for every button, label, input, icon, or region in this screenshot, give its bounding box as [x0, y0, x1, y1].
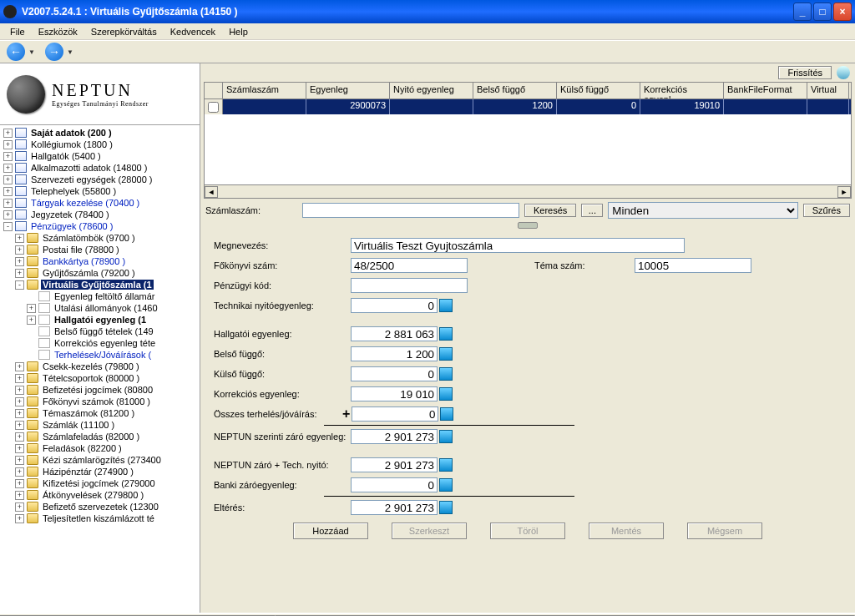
search-more-button[interactable]: ...: [581, 204, 603, 217]
tree-node[interactable]: +Utalási állományok (1460: [0, 302, 200, 314]
calc-icon[interactable]: [439, 327, 453, 341]
col-szamlaszam[interactable]: Számlaszám: [223, 83, 306, 98]
expand-icon[interactable]: +: [15, 409, 24, 418]
input-hallgatoi[interactable]: [351, 326, 438, 341]
calc-icon[interactable]: [439, 430, 453, 443]
close-button[interactable]: ×: [833, 3, 852, 21]
expand-icon[interactable]: +: [15, 479, 24, 488]
expand-icon[interactable]: +: [15, 362, 24, 371]
tree-node[interactable]: Belső függő tételek (149: [0, 326, 200, 337]
expand-icon[interactable]: +: [15, 421, 24, 430]
scroll-left-icon[interactable]: ◄: [205, 186, 218, 198]
input-korrekcio[interactable]: [351, 386, 438, 401]
nav-forward-button[interactable]: →: [45, 43, 63, 61]
col-bankfile[interactable]: BankFileFormat: [724, 83, 807, 98]
input-penzugyi[interactable]: [351, 278, 468, 293]
tree-node[interactable]: +Szervezeti egységek (28000 ): [0, 174, 200, 185]
input-banki[interactable]: [351, 477, 438, 492]
expand-icon[interactable]: [27, 351, 36, 360]
tree-node[interactable]: +Befizető szervezetek (12300: [0, 501, 200, 512]
menu-tools[interactable]: Eszközök: [32, 25, 84, 38]
add-button[interactable]: Hozzáad: [293, 523, 368, 539]
col-nyito[interactable]: Nyitó egyenleg: [390, 83, 473, 98]
tree-node[interactable]: +Számlák (11100 ): [0, 419, 200, 431]
col-korrekcio[interactable]: Korrekciós egyenl...: [640, 83, 724, 98]
col-kulso[interactable]: Külső függő: [557, 83, 640, 98]
input-kulso[interactable]: [351, 366, 438, 381]
input-megnevezes[interactable]: [351, 238, 685, 253]
input-belso[interactable]: [351, 346, 438, 361]
col-virtual[interactable]: Virtual: [807, 83, 849, 98]
input-tema[interactable]: [635, 258, 751, 273]
expand-icon[interactable]: +: [3, 140, 13, 149]
grid-hscroll[interactable]: ◄ ►: [205, 184, 851, 198]
splitter-handle[interactable]: [518, 222, 538, 229]
calc-icon[interactable]: [440, 407, 453, 421]
tree-node[interactable]: +Alkalmazotti adatok (14800 ): [0, 162, 200, 174]
expand-icon[interactable]: [27, 339, 36, 348]
expand-icon[interactable]: +: [15, 502, 24, 512]
scroll-right-icon[interactable]: ►: [837, 186, 851, 198]
menu-help[interactable]: Help: [222, 25, 255, 38]
tree-node[interactable]: +Gyűjtőszámla (79200 ): [0, 267, 200, 279]
search-input[interactable]: [302, 203, 519, 218]
refresh-button[interactable]: Frissítés: [778, 66, 832, 79]
menu-roles[interactable]: Szerepkörváltás: [84, 25, 164, 38]
tree-node[interactable]: +Tárgyak kezelése (70400 ): [0, 197, 200, 209]
calc-icon[interactable]: [439, 387, 453, 401]
expand-icon[interactable]: [27, 292, 36, 301]
tree-node[interactable]: +Postai file (78800 ): [0, 244, 200, 255]
collapse-icon[interactable]: -: [3, 222, 13, 231]
tree-node[interactable]: +Számlafeladás (82000 ): [0, 431, 200, 442]
tree-node[interactable]: +Házipénztár (274900 ): [0, 466, 200, 477]
input-elteres[interactable]: [351, 500, 438, 515]
filter-button[interactable]: Szűrés: [803, 204, 850, 217]
tree-node[interactable]: +Csekk-kezelés (79800 ): [0, 361, 200, 372]
minimize-button[interactable]: _: [793, 3, 812, 21]
calc-icon[interactable]: [439, 501, 453, 514]
nav-tree[interactable]: +Saját adatok (200 )+Kollégiumok (1800 )…: [0, 125, 200, 613]
input-technikai[interactable]: [351, 298, 438, 313]
tree-node[interactable]: +Főkönyvi számok (81000 ): [0, 396, 200, 407]
tree-node[interactable]: Egyenleg feltöltő államár: [0, 290, 200, 302]
calc-icon[interactable]: [439, 347, 453, 361]
menu-file[interactable]: File: [3, 25, 32, 38]
expand-icon[interactable]: +: [27, 304, 36, 313]
expand-icon[interactable]: +: [15, 234, 24, 243]
expand-icon[interactable]: +: [15, 257, 24, 266]
expand-icon[interactable]: +: [15, 245, 24, 255]
row-checkbox[interactable]: [208, 102, 219, 113]
tree-node[interactable]: +Témaszámok (81200 ): [0, 407, 200, 419]
tree-node[interactable]: +Feladások (82200 ): [0, 442, 200, 454]
calc-icon[interactable]: [439, 458, 453, 472]
input-fokonyvi[interactable]: [351, 258, 468, 273]
tree-node[interactable]: +Jegyzetek (78400 ): [0, 209, 200, 220]
save-button[interactable]: Mentés: [589, 523, 664, 539]
tree-node[interactable]: +Hallgatói egyenleg (1: [0, 314, 200, 326]
filter-select[interactable]: Minden: [608, 202, 797, 219]
input-osszes[interactable]: [352, 406, 438, 422]
tree-node[interactable]: +Befizetési jogcímek (80800: [0, 384, 200, 396]
input-neptun-tech[interactable]: [351, 457, 438, 472]
col-belso[interactable]: Belső függő: [473, 83, 557, 98]
maximize-button[interactable]: □: [813, 3, 832, 21]
nav-back-button[interactable]: ←: [7, 43, 25, 61]
data-grid[interactable]: Számlaszám Egyenleg Nyitó egyenleg Belső…: [204, 82, 852, 199]
tree-node[interactable]: -Virtuális Gyűjtőszámla (1: [0, 279, 200, 290]
expand-icon[interactable]: +: [27, 316, 36, 325]
expand-icon[interactable]: +: [3, 152, 13, 161]
nav-back-dropdown[interactable]: ▼: [28, 48, 35, 56]
tree-node[interactable]: +Átkönyvelések (279800 ): [0, 489, 200, 501]
calc-icon[interactable]: [439, 299, 453, 312]
edit-button[interactable]: Szerkeszt: [392, 523, 467, 539]
col-egyenleg[interactable]: Egyenleg: [306, 83, 390, 98]
cancel-button[interactable]: Mégsem: [687, 523, 762, 539]
expand-icon[interactable]: +: [15, 467, 24, 477]
input-neptun-zaro[interactable]: [351, 429, 438, 444]
expand-icon[interactable]: +: [15, 456, 24, 465]
expand-icon[interactable]: +: [15, 269, 24, 278]
globe-icon[interactable]: [837, 66, 850, 79]
expand-icon[interactable]: +: [15, 444, 24, 453]
grid-row[interactable]: 2900073 1200 0 19010: [205, 99, 851, 114]
search-button[interactable]: Keresés: [524, 204, 576, 217]
